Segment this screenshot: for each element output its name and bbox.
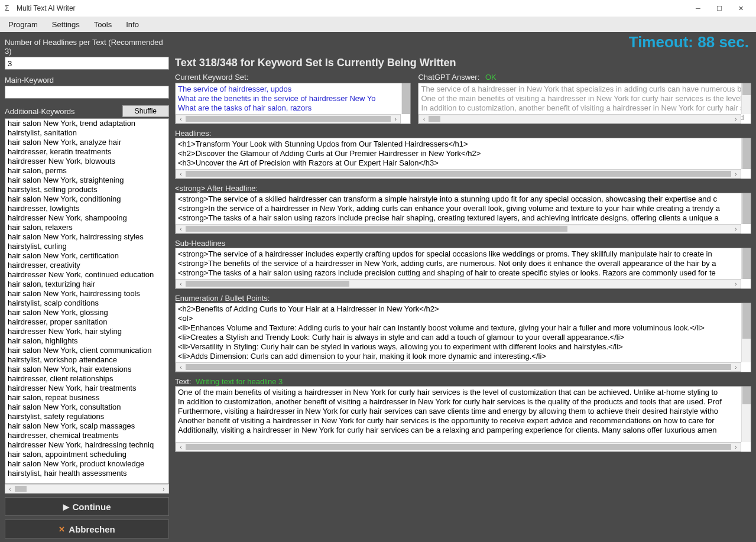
list-item[interactable]: hairdresser New York, hairdressing techn… <box>5 440 168 450</box>
list-item[interactable]: hair salon New York, consultation <box>5 403 168 412</box>
list-item[interactable]: hair salon New York, certification <box>5 251 168 261</box>
keywords-hscroll[interactable]: ‹ › <box>5 484 169 494</box>
list-item[interactable]: hairdresser New York, hair styling <box>5 327 168 336</box>
keywords-list[interactable]: hair salon New York, trend adaptationhai… <box>5 118 169 484</box>
scroll-right-icon[interactable]: › <box>159 486 168 492</box>
hscroll[interactable]: ‹› <box>176 169 741 178</box>
abort-button[interactable]: ✕ Abbrechen <box>5 520 169 538</box>
list-item[interactable]: hair salon New York, conditioning <box>5 194 168 204</box>
text-label: Text: Writing text for headline 3 <box>175 377 751 386</box>
hscroll[interactable]: ‹› <box>176 279 741 288</box>
maximize-button[interactable]: ☐ <box>709 0 730 17</box>
list-item[interactable]: hairstylist, safety regulations <box>5 412 168 421</box>
list-item[interactable]: hair salon New York, scalp massages <box>5 421 168 431</box>
text-box[interactable]: One of the main benefits of visiting a h… <box>175 386 751 452</box>
list-item[interactable]: hair salon, perms <box>5 166 168 176</box>
text-line: <li>Versatility in Styling: Curly hair c… <box>178 342 748 352</box>
text-line: <h2>Discover the Glamour of Adding Curls… <box>178 149 748 158</box>
list-item[interactable]: hairdresser New York, continued educatio… <box>5 270 168 280</box>
list-item[interactable]: hairdresser, proper sanitation <box>5 317 168 327</box>
enumeration-box[interactable]: <h2>Benefits of Adding Curls to Your Hai… <box>175 303 751 372</box>
list-item[interactable]: hairdresser New York, shampooing <box>5 213 168 223</box>
hscroll[interactable]: ‹› <box>176 442 741 452</box>
text-line: <strong>In the service of a hairdresser … <box>178 204 748 213</box>
list-item[interactable]: hairdresser, keratin treatments <box>5 147 168 157</box>
main-keyword-label: Main-Keyword <box>5 76 169 85</box>
list-item[interactable]: hair salon New York, client communicatio… <box>5 346 168 355</box>
menu-info[interactable]: Info <box>120 18 145 31</box>
headlines-box[interactable]: <h1>Transform Your Look with Stunning Up… <box>175 138 751 179</box>
subheadlines-box[interactable]: <strong>The service of a hairdresser inc… <box>175 248 751 289</box>
text-line: <li>Creates a Stylish and Trendy Look: C… <box>178 333 748 342</box>
headlines-count-input[interactable] <box>5 57 169 70</box>
text-line: <ol> <box>178 314 748 323</box>
list-item[interactable]: hair salon, appointment scheduling <box>5 450 168 459</box>
list-item[interactable]: hairdresser New York, hair treatments <box>5 384 168 393</box>
additional-keywords-label: Additional-Keywords <box>5 107 122 116</box>
timeout-display: Timeout: 88 sec. <box>629 33 749 51</box>
list-item[interactable]: hairstylist, workshop attendance <box>5 355 168 365</box>
hscroll[interactable]: ‹› <box>418 114 741 124</box>
list-item[interactable]: hair salon New York, analyze hair <box>5 138 168 147</box>
app-title: Multi Text AI Writer <box>17 4 76 12</box>
text-line: In addition to customization, another be… <box>178 397 748 407</box>
current-keyword-label: Current Keyword Set: <box>175 73 411 82</box>
list-item[interactable]: hair salon, texturizing hair <box>5 280 168 289</box>
list-item[interactable]: hairstylist, sanitation <box>5 128 168 138</box>
continue-button[interactable]: ▶ Continue <box>5 497 169 516</box>
list-item[interactable]: hair salon New York, straightening <box>5 176 168 185</box>
strong-after-headline-label: <strong> After Headline: <box>175 184 751 193</box>
current-keyword-box[interactable]: The service of hairdresser, updosWhat ar… <box>175 83 411 124</box>
vscroll[interactable] <box>741 193 751 224</box>
cancel-icon: ✕ <box>59 525 65 534</box>
hscroll[interactable]: ‹› <box>176 224 741 233</box>
list-item[interactable]: hairstylist, curling <box>5 242 168 251</box>
list-item[interactable]: hair salon New York, glossing <box>5 308 168 317</box>
list-item[interactable]: hairdresser New York, blowouts <box>5 157 168 166</box>
hscroll[interactable]: ‹› <box>176 362 741 372</box>
text-line: What are the tasks of hair salon, razors <box>178 103 408 113</box>
text-line: The service of a hairdresser in New York… <box>421 85 748 94</box>
list-item[interactable]: hair salon New York, trend adaptation <box>5 119 168 128</box>
headlines-label: Headlines: <box>175 129 751 138</box>
menu-tools[interactable]: Tools <box>88 18 118 31</box>
list-item[interactable]: hair salon, relaxers <box>5 223 168 232</box>
list-item[interactable]: hair salon New York, hairdressing styles <box>5 232 168 242</box>
hscroll[interactable]: ‹› <box>176 114 401 124</box>
strong-after-headline-box[interactable]: <strong>The service of a skilled hairdre… <box>175 193 751 234</box>
chatgpt-answer-box[interactable]: The service of a hairdresser in New York… <box>418 83 751 124</box>
main-keyword-input[interactable] <box>5 86 169 99</box>
text-line: <h1>Transform Your Look with Stunning Up… <box>178 139 748 149</box>
text-line: <strong>The tasks of a hair salon using … <box>178 213 748 223</box>
list-item[interactable]: hairdresser, chemical treatments <box>5 431 168 440</box>
menu-settings[interactable]: Settings <box>46 18 86 31</box>
list-item[interactable]: hair salon New York, hair extensions <box>5 365 168 374</box>
vscroll[interactable] <box>741 303 751 362</box>
app-icon: Σ <box>5 4 13 12</box>
vscroll[interactable] <box>741 83 751 114</box>
minimize-button[interactable]: ─ <box>687 0 709 17</box>
list-item[interactable]: hairdresser, client relationships <box>5 374 168 384</box>
shuffle-button[interactable]: Shuffle <box>122 105 169 117</box>
list-item[interactable]: hairdresser, creativity <box>5 261 168 270</box>
list-item[interactable]: hair salon New York, product knowledge <box>5 459 168 469</box>
list-item[interactable]: hairstylist, hair health assessments <box>5 469 168 478</box>
vscroll[interactable] <box>741 138 751 169</box>
close-button[interactable]: ✕ <box>730 0 751 17</box>
text-line: Another benefit of visiting a hairdresse… <box>178 416 748 426</box>
vscroll[interactable] <box>741 248 751 279</box>
continue-label: Continue <box>73 502 111 512</box>
text-line: <li>Enhances Volume and Texture: Adding … <box>178 323 748 333</box>
abort-label: Abbrechen <box>69 524 115 534</box>
text-line: The service of hairdresser, updos <box>178 85 408 94</box>
list-item[interactable]: hair salon, highlights <box>5 336 168 346</box>
list-item[interactable]: hairdresser, lowlights <box>5 204 168 213</box>
vscroll[interactable] <box>401 83 410 114</box>
list-item[interactable]: hair salon, repeat business <box>5 393 168 403</box>
vscroll[interactable] <box>741 387 751 442</box>
menu-program[interactable]: Program <box>2 18 44 31</box>
list-item[interactable]: hairstylist, selling products <box>5 185 168 194</box>
scroll-left-icon[interactable]: ‹ <box>5 486 15 492</box>
list-item[interactable]: hairstylist, scalp conditions <box>5 298 168 308</box>
list-item[interactable]: hair salon New York, hairdressing tools <box>5 289 168 298</box>
